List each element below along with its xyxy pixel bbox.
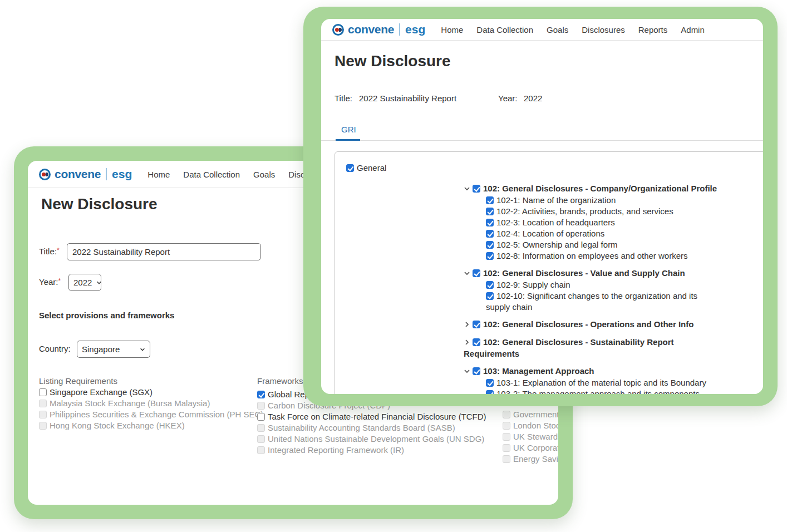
chevron-down-icon[interactable] — [464, 268, 473, 279]
brand-logo[interactable]: convene esg — [39, 168, 132, 181]
checkbox — [39, 411, 47, 418]
tree-item-label: 103-2: The management approach and its c… — [496, 389, 700, 394]
checkbox — [257, 424, 265, 432]
tree-item: 102-4: Location of operations — [486, 228, 721, 239]
checkbox[interactable] — [486, 219, 494, 226]
checkbox[interactable] — [486, 390, 494, 394]
tree-children: 102-1: Name of the organization102-2: Ac… — [486, 195, 721, 262]
provision-item-label: Task Force on Climate-related Financial … — [268, 412, 486, 421]
country-label: Country: — [39, 344, 71, 353]
chevron-right-icon[interactable] — [464, 337, 473, 348]
tab-bar: GRI — [321, 125, 763, 141]
checkbox — [257, 446, 265, 454]
front-window-content: convene esg HomeData CollectionGoalsDisc… — [321, 19, 763, 394]
brand-name: convene — [55, 168, 101, 181]
checkbox[interactable] — [473, 321, 480, 328]
checkbox[interactable] — [473, 185, 480, 193]
chevron-right-icon[interactable] — [464, 319, 473, 331]
checkbox — [503, 411, 510, 418]
nav-item-home[interactable]: Home — [441, 25, 463, 35]
tree-group-label: 102: General Disclosures - Operations an… — [483, 319, 693, 329]
year-value: 2022 — [524, 93, 542, 103]
checkbox — [39, 400, 47, 407]
chevron-down-icon — [140, 347, 145, 352]
tree-item: 102-8: Information on employees and othe… — [486, 250, 721, 262]
front-window: convene esg HomeData CollectionGoalsDisc… — [303, 7, 778, 406]
provision-item-label: Philippines Securities & Exchange Commis… — [50, 410, 263, 419]
tree-item: 102-2: Activities, brands, products, and… — [486, 206, 721, 217]
provision-item-label: UK Stewardship Code — [513, 432, 558, 441]
brand-product: esg — [405, 23, 425, 36]
provision-item: Integrated Reporting Framework (IR) — [257, 445, 486, 456]
nav-item-data-collection[interactable]: Data Collection — [476, 25, 533, 35]
checkbox[interactable] — [257, 391, 265, 398]
checkbox[interactable] — [486, 252, 494, 260]
title-input[interactable] — [67, 243, 261, 260]
checkbox[interactable] — [473, 338, 480, 346]
tree-item-label: 102-2: Activities, brands, products, and… — [496, 206, 673, 216]
brand-logo-icon — [39, 169, 51, 180]
checkbox[interactable] — [473, 367, 480, 375]
provision-item-label: Malaysia Stock Exchange (Bursa Malaysia) — [50, 398, 210, 408]
tree-item: 102-3: Location of headquarters — [486, 217, 721, 228]
checkbox[interactable] — [486, 230, 494, 238]
chevron-down-icon[interactable] — [464, 184, 473, 195]
provision-item: UK Stewardship Code — [503, 431, 558, 442]
brand-logo[interactable]: convene esg — [332, 23, 425, 36]
chevron-down-icon[interactable] — [464, 366, 473, 377]
nav-item-data-collection[interactable]: Data Collection — [183, 170, 240, 179]
checkbox[interactable] — [473, 269, 480, 277]
front-main-nav: HomeData CollectionGoalsDisclosuresRepor… — [441, 25, 705, 35]
checkbox[interactable] — [486, 208, 494, 215]
tab-active-indicator — [336, 139, 360, 141]
provision-column-header: Listing Requirements — [39, 376, 263, 387]
tab-gri[interactable]: GRI — [341, 125, 356, 134]
provision-item-label: Government Emission Factors — [513, 410, 558, 419]
checkbox[interactable] — [39, 388, 47, 396]
nav-item-goals[interactable]: Goals — [547, 25, 568, 35]
year-label: Year:* — [39, 277, 61, 287]
provision-item-label: Singapore Exchange (SGX) — [50, 387, 153, 397]
provision-item: Hong Kong Stock Exchange (HKEX) — [39, 420, 263, 431]
nav-item-reports[interactable]: Reports — [638, 25, 668, 35]
provision-item-label: Energy Savings Opportunity Scheme — [513, 454, 558, 464]
tree-item: 103-2: The management approach and its c… — [486, 388, 721, 394]
checkbox[interactable] — [486, 379, 494, 387]
brand-name: convene — [348, 23, 394, 36]
provision-item: Singapore Exchange (SGX) — [39, 387, 263, 398]
checkbox[interactable] — [486, 292, 494, 300]
tree-group: 102: General Disclosures - Value and Sup… — [464, 268, 721, 313]
provision-item-label: London Stock Exchange (LSE) — [513, 421, 558, 430]
tree-item-label: 103-1: Explanation of the material topic… — [496, 378, 706, 387]
checkbox[interactable] — [486, 196, 494, 204]
checkbox[interactable] — [486, 241, 494, 249]
nav-item-disclosures[interactable]: Disclosures — [582, 25, 625, 35]
checkbox — [257, 402, 265, 410]
provision-column: Government Emission FactorsLondon Stock … — [503, 409, 558, 465]
brand-product: esg — [112, 168, 132, 181]
nav-item-admin[interactable]: Admin — [681, 25, 705, 35]
provision-item: Government Emission Factors — [503, 409, 558, 420]
year-select[interactable]: 2022 — [68, 274, 101, 291]
tree-children: 103-1: Explanation of the material topic… — [486, 377, 721, 394]
provision-item: London Stock Exchange (LSE) — [503, 420, 558, 431]
provision-tree-panel: General 102: General Disclosures - Compa… — [335, 151, 763, 394]
checkbox[interactable] — [257, 413, 265, 421]
tree-item: 102-9: Supply chain — [486, 279, 721, 290]
tree-group-label: 102: General Disclosures - Sustainabilit… — [464, 337, 674, 358]
country-select-value: Singapore — [82, 344, 120, 354]
nav-item-goals[interactable]: Goals — [253, 170, 275, 179]
checkbox — [503, 455, 510, 463]
nav-item-home[interactable]: Home — [147, 170, 170, 179]
provision-item-label: Integrated Reporting Framework (IR) — [268, 445, 404, 455]
tree-item-label: 102-3: Location of headquarters — [496, 218, 615, 227]
tree-group-label: 102: General Disclosures - Company/Organ… — [483, 184, 717, 193]
checkbox — [503, 433, 510, 441]
country-select[interactable]: Singapore — [77, 341, 150, 358]
checkbox[interactable] — [486, 281, 494, 289]
provision-item: Sustainability Accounting Standards Boar… — [257, 422, 486, 434]
tree-item: 103-1: Explanation of the material topic… — [486, 377, 721, 388]
tree-group-header: 103: Management Approach — [464, 366, 721, 377]
page-title: New Disclosure — [41, 195, 158, 213]
checkbox-general[interactable] — [346, 164, 354, 172]
